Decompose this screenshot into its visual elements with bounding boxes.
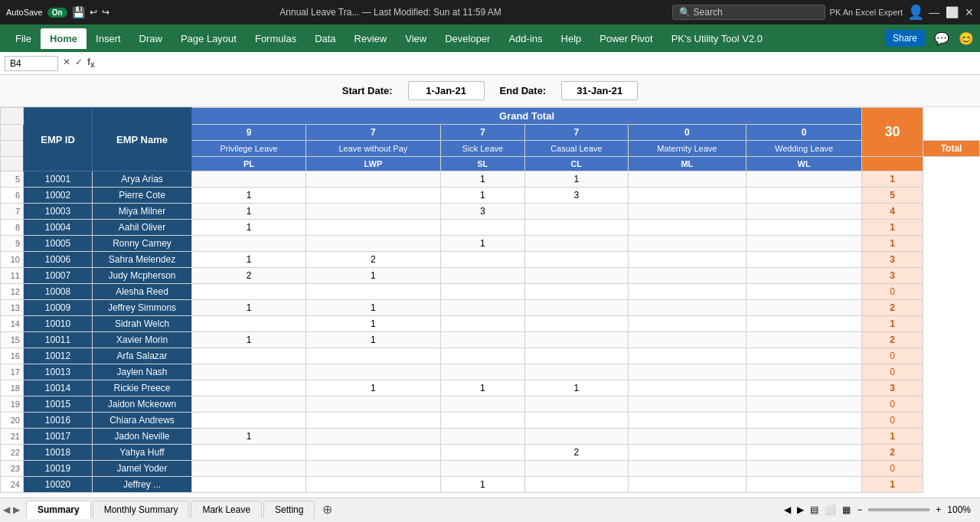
tab-utility-tool[interactable]: PK's Utility Tool V2.0 bbox=[662, 28, 772, 49]
emp-id-cell[interactable]: 10009 bbox=[24, 300, 93, 316]
emp-name-cell[interactable]: Alesha Reed bbox=[93, 284, 192, 300]
emp-id-cell[interactable]: 10014 bbox=[24, 380, 93, 396]
maximize-icon[interactable]: ⬜ bbox=[946, 6, 959, 18]
emp-name-cell[interactable]: Arya Arias bbox=[93, 171, 192, 188]
tab-power-pivot[interactable]: Power Pivot bbox=[590, 28, 662, 49]
save-icon[interactable]: 💾 bbox=[72, 6, 85, 18]
emp-name-cell[interactable]: Arfa Salazar bbox=[93, 348, 192, 364]
zoom-plus[interactable]: + bbox=[936, 504, 941, 515]
tab-developer[interactable]: Developer bbox=[436, 28, 499, 49]
zoom-minus[interactable]: − bbox=[857, 504, 862, 515]
comments-icon[interactable]: 💬 bbox=[934, 31, 949, 46]
tab-setting[interactable]: Setting bbox=[263, 501, 315, 518]
emp-id-cell[interactable]: 10001 bbox=[24, 171, 93, 188]
add-sheet-button[interactable]: ⊕ bbox=[316, 502, 338, 517]
emp-id-cell[interactable]: 10004 bbox=[24, 220, 93, 236]
insert-function-icon[interactable]: fx bbox=[87, 57, 95, 69]
tab-view[interactable]: View bbox=[396, 28, 436, 49]
emp-name-cell[interactable]: Chiara Andrews bbox=[93, 413, 192, 429]
sheet-view-break[interactable]: ▦ bbox=[842, 504, 851, 515]
tab-page-layout[interactable]: Page Layout bbox=[172, 28, 246, 49]
emp-name-cell[interactable]: Aahil Oliver bbox=[93, 220, 192, 236]
scroll-bar-right[interactable]: ▶ bbox=[797, 504, 804, 515]
zoom-slider[interactable] bbox=[868, 508, 929, 511]
emp-id-cell[interactable]: 10018 bbox=[24, 445, 93, 461]
scroll-right-icon[interactable]: ▶ bbox=[13, 504, 20, 515]
emp-name-cell[interactable]: Jaidon Mckeown bbox=[93, 396, 192, 413]
emp-name-cell[interactable]: Judy Mcpherson bbox=[93, 268, 192, 284]
emp-name-cell[interactable]: Miya Milner bbox=[93, 204, 192, 220]
emp-id-cell[interactable]: 10002 bbox=[24, 188, 93, 204]
tab-review[interactable]: Review bbox=[345, 28, 397, 49]
ribbon-extra: Share 💬 😊 bbox=[885, 30, 974, 47]
pl-val bbox=[192, 380, 306, 396]
row-number: 17 bbox=[1, 364, 24, 380]
tab-monthly-summary[interactable]: Monthly Summary bbox=[93, 501, 190, 518]
pl-val bbox=[192, 477, 306, 493]
emp-id-cell[interactable]: 10008 bbox=[24, 284, 93, 300]
emp-id-cell[interactable]: 10016 bbox=[24, 413, 93, 429]
ml-val bbox=[628, 332, 746, 348]
emp-id-cell[interactable]: 10020 bbox=[24, 477, 93, 493]
emp-name-cell[interactable]: Ronny Carney bbox=[93, 236, 192, 252]
close-icon[interactable]: ✕ bbox=[965, 6, 974, 18]
emp-name-cell[interactable]: Rickie Preece bbox=[93, 380, 192, 396]
spreadsheet-area[interactable]: EMP ID EMP Name Grand Total 30 9 7 7 7 0… bbox=[0, 107, 980, 498]
tab-home[interactable]: Home bbox=[41, 28, 87, 49]
emp-id-cell[interactable]: 10011 bbox=[24, 332, 93, 348]
autosave-toggle[interactable]: On bbox=[47, 8, 67, 18]
emp-name-cell[interactable]: Sahra Melendez bbox=[93, 252, 192, 268]
window-controls[interactable]: — ⬜ ✕ bbox=[929, 6, 974, 18]
emp-id-cell[interactable]: 10013 bbox=[24, 364, 93, 380]
end-date-input[interactable]: 31-Jan-21 bbox=[561, 81, 638, 100]
emp-name-cell[interactable]: Jeffrey ... bbox=[93, 477, 192, 493]
tab-insert[interactable]: Insert bbox=[87, 28, 130, 49]
wl-count: 0 bbox=[746, 125, 862, 141]
emp-id-cell[interactable]: 10017 bbox=[24, 429, 93, 445]
formula-input[interactable]: EMP ID bbox=[100, 57, 975, 70]
redo-icon[interactable]: ↪ bbox=[102, 7, 109, 18]
emp-id-cell[interactable]: 10007 bbox=[24, 268, 93, 284]
emp-name-cell[interactable]: Yahya Huff bbox=[93, 445, 192, 461]
emp-name-cell[interactable]: Jaylen Nash bbox=[93, 364, 192, 380]
emp-id-cell[interactable]: 10006 bbox=[24, 252, 93, 268]
tab-summary[interactable]: Summary bbox=[26, 501, 91, 519]
tab-formulas[interactable]: Formulas bbox=[246, 28, 305, 49]
tab-addins[interactable]: Add-ins bbox=[499, 28, 551, 49]
emp-id-cell[interactable]: 10012 bbox=[24, 348, 93, 364]
share-button[interactable]: Share bbox=[885, 30, 925, 47]
scroll-left-icon[interactable]: ◀ bbox=[3, 504, 10, 515]
emp-id-cell[interactable]: 10003 bbox=[24, 204, 93, 220]
emp-name-cell[interactable]: Xavier Morin bbox=[93, 332, 192, 348]
tab-draw[interactable]: Draw bbox=[130, 28, 172, 49]
emp-id-cell[interactable]: 10010 bbox=[24, 316, 93, 332]
user-avatar[interactable]: 👤 bbox=[907, 4, 924, 21]
cancel-formula-icon[interactable]: ✕ bbox=[63, 57, 70, 69]
emoji-icon[interactable]: 😊 bbox=[959, 31, 974, 46]
tab-help[interactable]: Help bbox=[552, 28, 591, 49]
emp-id-cell[interactable]: 10019 bbox=[24, 461, 93, 477]
minimize-icon[interactable]: — bbox=[929, 6, 939, 18]
confirm-formula-icon[interactable]: ✓ bbox=[75, 57, 83, 69]
start-date-input[interactable]: 1-Jan-21 bbox=[408, 81, 485, 100]
sheet-view-page[interactable]: ⬜ bbox=[825, 504, 836, 515]
search-box[interactable]: 🔍 Search bbox=[672, 5, 825, 20]
emp-id-cell[interactable]: 10015 bbox=[24, 396, 93, 413]
tab-data[interactable]: Data bbox=[305, 28, 345, 49]
emp-name-cell[interactable]: Pierre Cote bbox=[93, 188, 192, 204]
tab-file[interactable]: File bbox=[6, 28, 41, 49]
emp-name-cell[interactable]: Jeffrey Simmons bbox=[93, 300, 192, 316]
undo-icon[interactable]: ↩ bbox=[90, 7, 97, 18]
sl-val: 1 bbox=[440, 236, 524, 252]
emp-name-cell[interactable]: Sidrah Welch bbox=[93, 316, 192, 332]
scroll-bar-left[interactable]: ◀ bbox=[784, 504, 791, 515]
formula-bar: ✕ ✓ fx EMP ID bbox=[0, 52, 980, 75]
lwp-name: Leave without Pay bbox=[306, 141, 441, 157]
emp-name-cell[interactable]: Jamel Yoder bbox=[93, 461, 192, 477]
tab-mark-leave[interactable]: Mark Leave bbox=[191, 501, 262, 518]
emp-name-cell[interactable]: Jadon Neville bbox=[93, 429, 192, 445]
cell-reference[interactable] bbox=[5, 56, 58, 71]
lwp-count: 7 bbox=[306, 125, 441, 141]
emp-id-cell[interactable]: 10005 bbox=[24, 236, 93, 252]
sheet-view-normal[interactable]: ▤ bbox=[810, 504, 818, 515]
